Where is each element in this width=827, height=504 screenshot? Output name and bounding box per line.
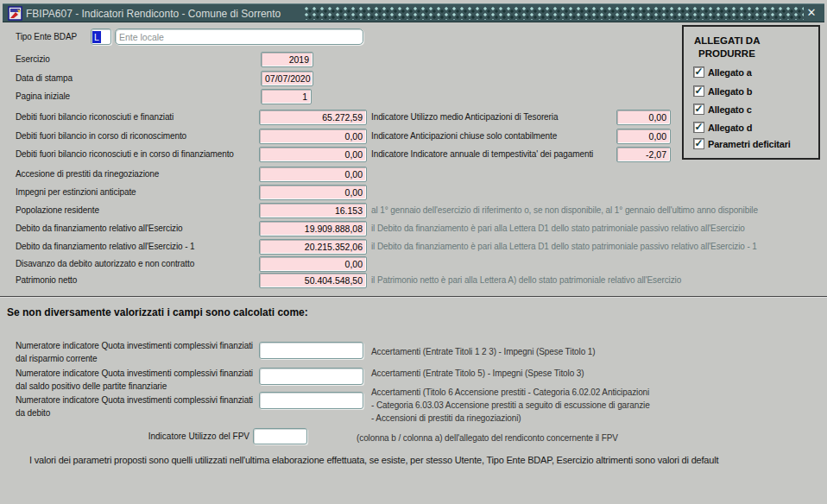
debiti-2-label: Debiti fuori bilancio in corso di ricono… xyxy=(16,131,186,141)
checkbox-icon[interactable]: ✓ xyxy=(693,122,704,133)
indicatore-2-label: Indicatore Anticipazioni chiuse solo con… xyxy=(371,131,557,141)
patrimonio-netto-label: Patrimonio netto xyxy=(16,275,77,285)
section-divider-highlight xyxy=(0,297,827,298)
debito-esercizio-1-field[interactable]: 20.215.352,06 xyxy=(259,239,367,255)
indicatore-2-field[interactable]: 0,00 xyxy=(616,129,671,144)
allegati-box: ALLEGATI DA PRODURRE ✓ Allegato a ✓ Alle… xyxy=(682,25,820,160)
checkbox-label: Parametri deficitari xyxy=(708,139,791,149)
checkbox-allegato-b[interactable]: ✓ Allegato b xyxy=(693,85,752,97)
checkbox-allegato-c[interactable]: ✓ Allegato c xyxy=(693,104,752,115)
check-mark-icon: ✓ xyxy=(694,104,704,114)
checkbox-icon[interactable]: ✓ xyxy=(693,104,704,115)
checkbox-label: Allegato d xyxy=(708,123,752,133)
title-bar[interactable]: FBIPA607 - Indicatori Rendiconto - Comun… xyxy=(3,3,824,22)
debiti-3-field[interactable]: 0,00 xyxy=(259,147,367,162)
debito-esercizio-1-label: Debito da finanziamento relativo all'Ese… xyxy=(16,242,195,251)
close-icon[interactable]: ✕ xyxy=(805,6,818,20)
check-mark-icon: ✓ xyxy=(694,139,704,148)
esercizio-label: Esercizio xyxy=(16,54,50,64)
checkbox-label: Allegato b xyxy=(708,86,752,97)
indicatore-1-field[interactable]: 0,00 xyxy=(616,110,671,125)
pagina-iniziale-label: Pagina iniziale xyxy=(16,91,70,101)
allegati-title-line2: PRODURRE xyxy=(698,48,755,59)
checkbox-icon[interactable]: ✓ xyxy=(693,138,704,149)
checkbox-parametri-deficitari[interactable]: ✓ Parametri deficitari xyxy=(693,138,791,149)
disavanzo-field[interactable]: 0,00 xyxy=(259,256,367,272)
numeratore-debito-note: Accertamenti (Titolo 6 Accensione presti… xyxy=(371,386,650,425)
accesione-prestiti-field[interactable]: 0,00 xyxy=(259,167,367,182)
numeratore-partite-label: Numeratore indicatore Quota investimenti… xyxy=(16,367,257,393)
numeratore-risparmio-label: Numeratore indicatore Quota investimenti… xyxy=(16,339,257,365)
calcolati-section-header: Se non diversamente valorizzati i campi … xyxy=(7,306,308,318)
fpv-field[interactable] xyxy=(253,428,307,444)
debito-esercizio-label: Debito da finanziamento relativo all'Ese… xyxy=(16,224,183,233)
popolazione-field[interactable]: 16.153 xyxy=(259,203,367,218)
debito-esercizio-1-note: il Debito da finanziamento è pari alla L… xyxy=(371,242,757,251)
debiti-2-field[interactable]: 0,00 xyxy=(259,129,367,144)
impegni-estinzioni-field[interactable]: 0,00 xyxy=(259,185,367,200)
popolazione-note: al 1° gennaio dell'esercizio di riferime… xyxy=(371,205,758,215)
impegni-estinzioni-label: Impegni per estinzioni anticipate xyxy=(16,187,136,197)
pagina-iniziale-field[interactable]: 1 xyxy=(261,89,312,104)
data-stampa-label: Data di stampa xyxy=(16,73,73,83)
checkbox-label: Allegato a xyxy=(708,67,752,78)
application-icon xyxy=(8,6,22,21)
checkbox-label: Allegato c xyxy=(708,104,752,115)
checkbox-icon[interactable]: ✓ xyxy=(693,85,704,97)
window-title: FBIPA607 - Indicatori Rendiconto - Comun… xyxy=(26,8,281,20)
footer-info-text: I valori dei parametri proposti sono que… xyxy=(29,455,718,465)
fpv-note: (colonna b / colonna a) dell'allegato de… xyxy=(357,432,618,444)
esercizio-field[interactable]: 2019 xyxy=(261,52,313,67)
check-mark-icon: ✓ xyxy=(694,86,704,96)
check-mark-icon: ✓ xyxy=(694,123,704,132)
application-window: FBIPA607 - Indicatori Rendiconto - Comun… xyxy=(0,0,827,504)
disavanzo-label: Disavanzo da debito autorizzato e non co… xyxy=(16,259,194,268)
data-stampa-field[interactable]: 07/07/2020 xyxy=(261,71,313,86)
numeratore-risparmio-field[interactable] xyxy=(259,342,363,359)
check-mark-icon: ✓ xyxy=(694,67,704,77)
indicatore-1-label: Indicatore Utilizzo medio Anticipazioni … xyxy=(371,112,558,122)
debiti-1-field[interactable]: 65.272,59 xyxy=(259,110,367,125)
tipo-ente-code-field[interactable]: L xyxy=(91,28,111,45)
numeratore-risparmio-note: Accertamenti (Entrate Titoli 1 2 3) - Im… xyxy=(371,345,595,358)
tipo-ente-label: Tipo Ente BDAP xyxy=(16,32,77,41)
debiti-3-label: Debiti fuori bilancio riconosciuti e in … xyxy=(16,149,234,159)
checkbox-allegato-d[interactable]: ✓ Allegato d xyxy=(693,122,752,133)
checkbox-icon[interactable]: ✓ xyxy=(693,66,704,78)
debito-esercizio-note: il Debito da finanziamento è pari alla L… xyxy=(371,224,745,233)
numeratore-debito-field[interactable] xyxy=(259,392,363,409)
tipo-ente-desc-field[interactable]: Ente locale xyxy=(115,28,363,45)
titlebar-texture xyxy=(305,7,804,20)
indicatore-3-field[interactable]: -2,07 xyxy=(616,147,671,162)
allegati-title-line1: ALLEGATI DA xyxy=(694,35,760,46)
numeratore-partite-note: Accertamenti (Entrate Titolo 5) - Impegn… xyxy=(371,367,584,380)
popolazione-label: Popolazione residente xyxy=(16,205,99,215)
checkbox-allegato-a[interactable]: ✓ Allegato a xyxy=(693,66,752,78)
indicatore-3-label: Indicatore Indicatore annuale di tempest… xyxy=(371,149,593,159)
debiti-1-label: Debiti fuori bilancio riconosciuti e fin… xyxy=(16,112,174,122)
numeratore-partite-field[interactable] xyxy=(259,368,363,385)
accesione-prestiti-label: Accesione di prestiti da rinegoziazione xyxy=(16,169,159,179)
debito-esercizio-field[interactable]: 19.909.888,08 xyxy=(259,221,367,236)
tipo-ente-code-value: L xyxy=(92,31,101,43)
fpv-label: Indicatore Utilizzo del FPV xyxy=(16,432,249,441)
patrimonio-netto-note: il Patrimonio netto è pari alla Lettera … xyxy=(371,275,681,285)
numeratore-debito-label: Numeratore indicatore Quota investimenti… xyxy=(16,394,257,419)
patrimonio-netto-field[interactable]: 50.404.548,50 xyxy=(259,273,367,288)
